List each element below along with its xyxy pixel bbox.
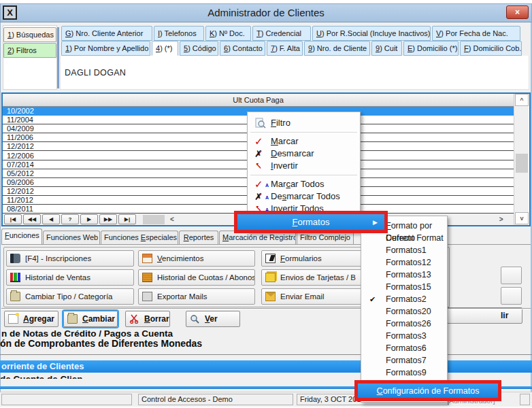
scroll-left-icon[interactable]: < <box>170 216 174 223</box>
submenu-item[interactable]: Formatos9 <box>361 367 447 379</box>
search-tabs-row2: 1) Por Nombre y Apellido 4) (*) 5) Códig… <box>61 41 522 56</box>
submenu-item[interactable]: Formatos13 <box>361 269 447 281</box>
nav-first-button[interactable]: |◀ <box>4 214 22 224</box>
submenu-item-configuracion[interactable]: Configuración de Formatos <box>358 384 498 398</box>
exportar-mails-button[interactable]: Exportar Mails <box>138 288 255 305</box>
separator <box>1 308 531 309</box>
search-content-panel: DAGLI DOGAN <box>60 56 529 90</box>
salir-button[interactable]: lir <box>442 307 522 324</box>
nav-last-button[interactable]: ▶| <box>118 214 136 224</box>
vencimientos-button[interactable]: Vencimientos <box>138 250 255 267</box>
tab-nro-doc[interactable]: K) Nº Doc. <box>205 26 251 41</box>
submenu-item[interactable]: Formatos6 <box>361 342 447 354</box>
tab-nro-cliente-anterior[interactable]: G) Nro. Cliente Anterior <box>61 26 152 41</box>
nav-fast-next-button[interactable]: ▶▶ <box>99 214 117 224</box>
historial-cuotas-button[interactable]: Historial de Cuotas / Abonos <box>138 269 255 286</box>
titlebar[interactable]: Administrador de Clientes <box>0 3 532 22</box>
tab-4-asterisco[interactable]: 4) (*) <box>152 41 178 56</box>
annotation-configuracion: Configuración de Formatos <box>354 380 501 401</box>
screen: Administrador de Clientes X × 1) Búsqued… <box>0 0 532 408</box>
menu-item-formatos[interactable]: Formatos ▶ <box>237 214 384 230</box>
menu-item-marcar-todos[interactable]: ✓A Marcar Todos <box>248 178 360 190</box>
tab-domicilio-cob[interactable]: F) Domicilio Cob. <box>460 41 522 56</box>
submenu-item[interactable]: Formatos1 <box>361 244 447 256</box>
window-title: Administrador de Clientes <box>1 4 531 22</box>
scissors-icon <box>129 314 139 324</box>
horizontal-scroll-thumb[interactable] <box>143 215 165 224</box>
envelope-icon <box>265 292 276 301</box>
submenu-item[interactable]: Formatos12 <box>361 256 447 269</box>
clipped-text-line: ón de Comprobantes de Diferentes Monedas <box>0 338 202 349</box>
check-all-icon: ✓A <box>254 178 267 190</box>
tab-contacto[interactable]: 6) Contacto <box>220 41 265 56</box>
scroll-down-icon[interactable]: v <box>515 212 529 224</box>
menu-separator <box>250 132 357 133</box>
submenu-item[interactable]: Formatos20 <box>361 305 447 318</box>
app-corner-icon[interactable]: X <box>3 5 17 20</box>
submenu-arrow-icon: ▶ <box>373 219 378 226</box>
partial-button[interactable] <box>501 267 522 284</box>
folder-icon <box>10 292 20 301</box>
nav-search-button[interactable]: ? <box>61 214 79 224</box>
clipped-text-line: de Cuenta de Clien <box>0 373 286 379</box>
scroll-up-icon[interactable]: ^ <box>515 94 529 106</box>
tab-cuit[interactable]: 9) Cuit <box>371 41 402 56</box>
book-icon <box>10 254 20 263</box>
tab-telefonos[interactable]: I) Telefonos <box>154 26 204 41</box>
tab-busquedas[interactable]: 1) Búsquedas <box>3 27 56 42</box>
tab-funciones[interactable]: Funciones <box>1 228 42 244</box>
tab-por-nombre[interactable]: 1) Por Nombre y Apellido <box>61 41 150 56</box>
borrar-button[interactable]: Borrar <box>125 311 170 327</box>
submenu-item-checked[interactable]: ✔Formatos2 <box>361 293 447 305</box>
submenu-item[interactable]: Formatos3 <box>361 330 447 342</box>
submenu-item[interactable]: Current Format <box>361 232 447 244</box>
tab-por-rsocial[interactable]: U) Por R.Social (Incluye Inactivos) <box>312 26 431 41</box>
tab-reportes[interactable]: Reportes <box>179 231 218 244</box>
scroll-right-icon[interactable]: > <box>499 216 503 223</box>
check-icon: ✓ <box>254 135 267 148</box>
tab-filtros[interactable]: 2) Filtros <box>3 43 56 58</box>
vertical-scroll-thumb[interactable] <box>516 154 528 173</box>
historial-ventas-button[interactable]: Historial de Ventas <box>6 269 134 286</box>
tab-funciones-web[interactable]: Funciones Web <box>43 231 100 244</box>
list-column-header[interactable]: Ult Cuota Paga <box>3 94 514 107</box>
tab-funciones-especiales[interactable]: Funciones Especiales <box>101 231 178 244</box>
menu-item-invertir[interactable]: ✓ Invertir <box>248 160 360 172</box>
nav-next-button[interactable]: ▶ <box>80 214 98 224</box>
nav-prev-button[interactable]: ◀ <box>42 214 60 224</box>
close-icon[interactable]: × <box>506 5 529 19</box>
partial-button[interactable] <box>501 287 522 305</box>
menu-item-desmarcar[interactable]: ✓✗ Desmarcar <box>248 148 360 160</box>
tab-credencial[interactable]: T) Credencial <box>252 26 311 41</box>
submenu-item[interactable]: Formatos15 <box>361 281 447 293</box>
tab-domicilio[interactable]: E) Domicilio (*) <box>403 41 459 56</box>
menu-item-filtro[interactable]: Filtro <box>248 117 360 129</box>
calendar-icon <box>142 254 152 263</box>
nav-fast-prev-button[interactable]: ◀◀ <box>23 214 41 224</box>
menu-item-desmarcar-todos[interactable]: ✓✗A Desmarcar Todos <box>248 190 360 203</box>
tab-codigo[interactable]: 5) Código <box>180 41 218 56</box>
status-panel-empty <box>1 394 132 405</box>
agregar-button[interactable]: Agregar <box>4 311 59 327</box>
annotation-formatos: Formatos ▶ <box>234 211 388 233</box>
menu-item-marcar[interactable]: ✓ Marcar <box>248 135 360 148</box>
inscripciones-button[interactable]: [F4] - Inscripciones <box>6 250 134 267</box>
ver-button[interactable]: Ver <box>186 311 240 327</box>
cambiar-tipo-button[interactable]: Cambiar Tipo / Categoría <box>6 288 134 305</box>
vertical-scrollbar[interactable]: ^ v <box>514 94 529 225</box>
cambiar-button[interactable]: Cambiar <box>63 311 118 327</box>
tab-por-fecha-nac[interactable]: V) Por Fecha de Nac. <box>432 26 520 41</box>
section-header-bar: orriente de Clientes <box>0 360 532 373</box>
submenu-item[interactable]: Formatos26 <box>361 318 447 330</box>
filter-search-icon <box>254 117 267 129</box>
search-value[interactable]: DAGLI DOGAN <box>65 68 126 78</box>
submenu-item[interactable]: Formatos7 <box>361 354 447 367</box>
magnifier-icon <box>190 314 200 324</box>
mail-export-icon <box>142 292 152 301</box>
tab-f-alta[interactable]: 7) F. Alta <box>267 41 303 56</box>
cross-check-all-icon: ✓✗A <box>254 190 267 203</box>
left-tab-divider <box>57 27 59 88</box>
tab-nro-de-cliente[interactable]: 9) Nro. de Cliente <box>304 41 370 56</box>
folder-open-icon <box>67 314 78 324</box>
abacus-icon <box>142 273 152 282</box>
